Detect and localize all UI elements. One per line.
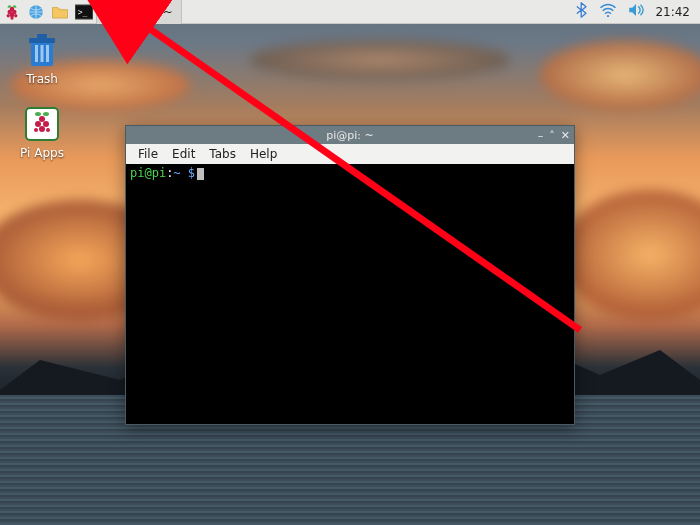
menu-edit[interactable]: Edit: [166, 146, 201, 162]
svg-point-10: [607, 15, 609, 17]
svg-rect-15: [41, 45, 44, 62]
terminal-launcher-icon[interactable]: >_: [72, 0, 96, 24]
taskbar: >_ pi@pi: ~ 21:42: [0, 0, 700, 24]
window-minimize-button[interactable]: –: [538, 129, 544, 142]
menu-file[interactable]: File: [132, 146, 164, 162]
terminal-icon: [101, 5, 117, 19]
terminal-content[interactable]: pi@pi:~ $: [126, 164, 574, 424]
svg-point-23: [46, 128, 50, 132]
window-titlebar[interactable]: pi@pi: ~ – ˄ ✕: [126, 126, 574, 144]
svg-point-20: [39, 116, 45, 122]
svg-rect-17: [26, 108, 58, 140]
decor-cloud: [560, 190, 700, 320]
svg-point-19: [43, 121, 49, 127]
svg-point-2: [10, 6, 15, 11]
window-maximize-button[interactable]: ˄: [549, 129, 555, 142]
file-manager-icon[interactable]: [48, 0, 72, 24]
terminal-window[interactable]: pi@pi: ~ – ˄ ✕ File Edit Tabs Help pi@pi…: [125, 125, 575, 425]
svg-point-6: [10, 16, 13, 19]
desktop-icon-trash[interactable]: Trash: [6, 30, 78, 86]
svg-point-24: [35, 112, 41, 116]
clock[interactable]: 21:42: [655, 5, 690, 19]
svg-rect-13: [37, 34, 47, 38]
menu-tabs[interactable]: Tabs: [203, 146, 242, 162]
window-close-button[interactable]: ✕: [561, 129, 570, 142]
svg-rect-16: [46, 45, 49, 62]
svg-point-21: [39, 126, 45, 132]
svg-point-25: [43, 112, 49, 116]
piapps-icon: [20, 104, 64, 144]
svg-point-18: [35, 121, 41, 127]
terminal-cursor: [197, 168, 204, 180]
window-title: pi@pi: ~: [126, 129, 574, 142]
wifi-icon[interactable]: [599, 3, 617, 20]
web-browser-icon[interactable]: [24, 0, 48, 24]
svg-rect-14: [35, 45, 38, 62]
window-menubar: File Edit Tabs Help: [126, 144, 574, 164]
desktop-icon-label: Pi Apps: [6, 146, 78, 160]
desktop-icon-label: Trash: [6, 72, 78, 86]
menu-raspberry-icon[interactable]: [0, 0, 24, 24]
svg-text:>_: >_: [78, 6, 88, 16]
system-tray: 21:42: [575, 2, 700, 21]
taskbar-window-label: pi@pi: ~: [121, 5, 173, 19]
menu-help[interactable]: Help: [244, 146, 283, 162]
svg-point-5: [14, 14, 17, 17]
desktop-icon-piapps[interactable]: Pi Apps: [6, 104, 78, 160]
taskbar-window-button[interactable]: pi@pi: ~: [96, 0, 182, 24]
volume-icon[interactable]: [627, 3, 645, 20]
decor-cloud: [540, 40, 700, 110]
svg-point-4: [7, 14, 10, 17]
terminal-prompt: pi@pi:~ $: [130, 166, 195, 180]
decor-cloud: [250, 40, 510, 80]
trash-icon: [20, 30, 64, 70]
bluetooth-icon[interactable]: [575, 2, 589, 21]
svg-point-22: [34, 128, 38, 132]
svg-rect-12: [29, 38, 55, 43]
